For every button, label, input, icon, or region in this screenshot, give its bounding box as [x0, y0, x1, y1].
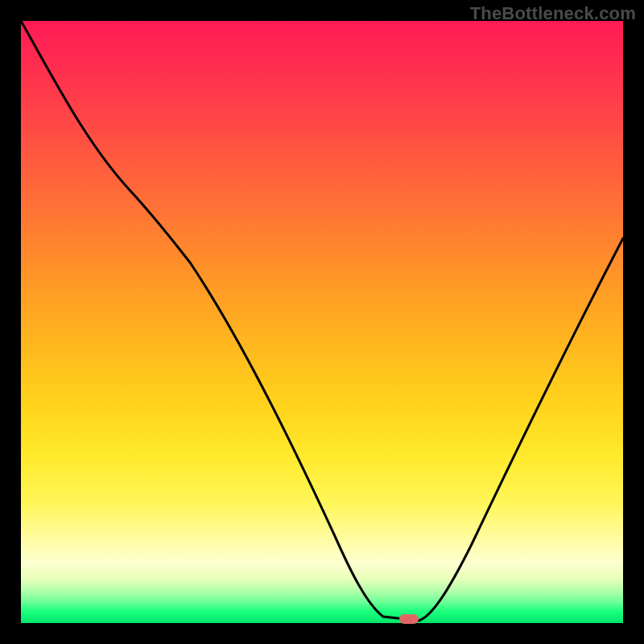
curve-svg [21, 21, 623, 623]
watermark-text: TheBottleneck.com [470, 3, 636, 24]
plot-area [21, 21, 623, 623]
bottleneck-curve-path [21, 21, 623, 621]
chart-frame: TheBottleneck.com [0, 0, 644, 644]
optimum-marker [399, 614, 419, 624]
